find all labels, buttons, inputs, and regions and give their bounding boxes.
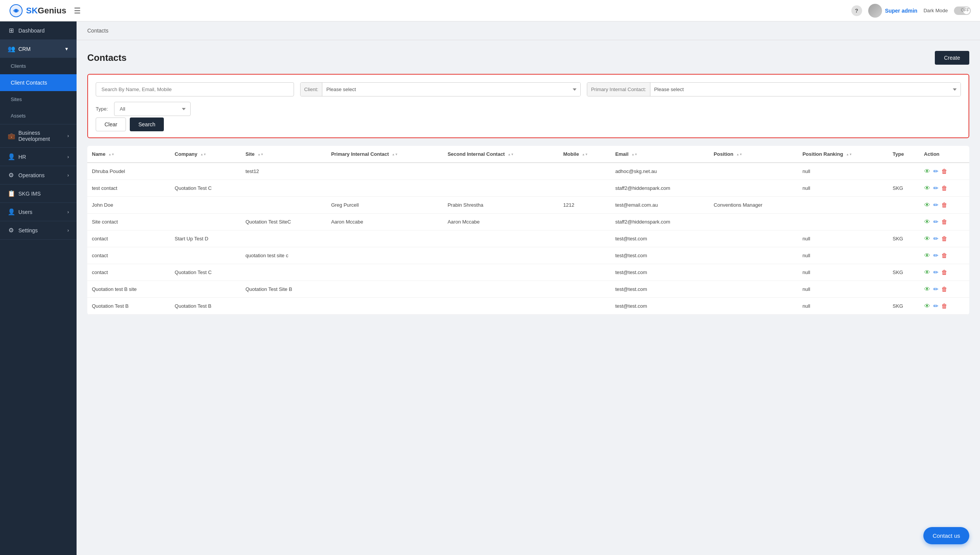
cell-second_internal_contact <box>443 281 559 298</box>
create-button[interactable]: Create <box>935 51 969 65</box>
sort-icon: ▲▼ <box>392 153 398 156</box>
sort-icon: ▲▼ <box>508 153 514 156</box>
view-icon[interactable]: 👁 <box>924 168 930 175</box>
cell-site <box>241 264 327 281</box>
cell-second_internal_contact <box>443 298 559 315</box>
clear-button[interactable]: Clear <box>96 118 126 131</box>
sidebar-section-ops: ⚙ Operations › <box>0 166 77 184</box>
cell-position: Conventions Manager <box>709 197 798 214</box>
cell-position_ranking <box>798 197 888 214</box>
view-icon[interactable]: 👁 <box>924 202 930 209</box>
view-icon[interactable]: 👁 <box>924 252 930 259</box>
cell-name: contact <box>87 264 170 281</box>
delete-icon[interactable]: 🗑 <box>941 185 947 192</box>
edit-icon[interactable]: ✏ <box>933 201 938 209</box>
action-icons: 👁 ✏ 🗑 <box>924 218 965 225</box>
sidebar-item-operations[interactable]: ⚙ Operations › <box>0 166 77 184</box>
col-position[interactable]: Position ▲▼ <box>709 146 798 163</box>
delete-icon[interactable]: 🗑 <box>941 219 947 225</box>
sidebar-item-crm[interactable]: 👥 CRM ▼ <box>0 40 77 58</box>
edit-icon[interactable]: ✏ <box>933 302 938 310</box>
edit-icon[interactable]: ✏ <box>933 286 938 293</box>
cell-site <box>241 298 327 315</box>
delete-icon[interactable]: 🗑 <box>941 303 947 310</box>
cell-site: Quotation Test Site B <box>241 281 327 298</box>
delete-icon[interactable]: 🗑 <box>941 168 947 175</box>
view-icon[interactable]: 👁 <box>924 185 930 192</box>
table-row: John DoeGreg PurcellPrabin Shrestha1212t… <box>87 197 969 214</box>
sidebar-item-business-development[interactable]: 💼 Business Development › <box>0 124 77 147</box>
sidebar-section-hr: 👤 HR › <box>0 148 77 166</box>
sidebar-item-settings[interactable]: ⚙ Settings › <box>0 221 77 239</box>
cell-name: test contact <box>87 180 170 197</box>
cell-email: test@test.com <box>611 247 709 264</box>
cell-position_ranking <box>798 214 888 230</box>
sidebar-item-client-contacts[interactable]: Client Contacts <box>0 74 77 91</box>
edit-icon[interactable]: ✏ <box>933 218 938 225</box>
settings-icon: ⚙ <box>8 227 15 234</box>
edit-icon[interactable]: ✏ <box>933 168 938 175</box>
view-icon[interactable]: 👁 <box>924 269 930 276</box>
cell-position_ranking: null <box>798 298 888 315</box>
col-mobile[interactable]: Mobile ▲▼ <box>559 146 611 163</box>
edit-icon[interactable]: ✏ <box>933 184 938 192</box>
logo: SKGenius <box>9 4 66 18</box>
cell-name: Quotation test B site <box>87 281 170 298</box>
view-icon[interactable]: 👁 <box>924 303 930 310</box>
sidebar-item-label: Dashboard <box>18 28 45 34</box>
delete-icon[interactable]: 🗑 <box>941 252 947 259</box>
sidebar-item-users[interactable]: 👤 Users › <box>0 203 77 221</box>
sidebar-item-skg-ims[interactable]: 📋 SKG IMS <box>0 184 77 202</box>
client-select[interactable]: Please select <box>322 83 580 96</box>
col-name[interactable]: Name ▲▼ <box>87 146 170 163</box>
page-title: Contacts <box>87 52 127 63</box>
search-input[interactable] <box>96 82 294 96</box>
view-icon[interactable]: 👁 <box>924 286 930 293</box>
cell-action: 👁 ✏ 🗑 <box>920 264 969 281</box>
delete-icon[interactable]: 🗑 <box>941 235 947 242</box>
toggle-track[interactable]: OFF <box>954 7 971 15</box>
edit-icon[interactable]: ✏ <box>933 235 938 242</box>
contact-us-button[interactable]: Contact us <box>923 527 969 544</box>
cell-action: 👁 ✏ 🗑 <box>920 247 969 264</box>
sidebar-item-clients[interactable]: Clients <box>0 58 77 74</box>
sidebar-item-sites[interactable]: Sites <box>0 91 77 108</box>
table-row: Quotation test B siteQuotation Test Site… <box>87 281 969 298</box>
search-button[interactable]: Search <box>130 118 163 131</box>
dark-mode-toggle[interactable]: OFF <box>954 7 971 15</box>
view-icon[interactable]: 👁 <box>924 219 930 225</box>
sidebar-item-hr[interactable]: 👤 HR › <box>0 148 77 166</box>
col-second-internal-contact[interactable]: Second Internal Contact ▲▼ <box>443 146 559 163</box>
cell-site: Quotation Test SiteC <box>241 214 327 230</box>
hamburger-menu[interactable]: ☰ <box>74 6 81 15</box>
view-icon[interactable]: 👁 <box>924 235 930 242</box>
primary-contact-select[interactable]: Please select <box>650 83 960 96</box>
sidebar-section-main: ⊞ Dashboard <box>0 21 77 40</box>
edit-icon[interactable]: ✏ <box>933 252 938 259</box>
cell-primary_internal_contact <box>327 247 443 264</box>
user-name: Super admin <box>885 8 918 14</box>
sidebar-item-dashboard[interactable]: ⊞ Dashboard <box>0 21 77 39</box>
help-icon[interactable]: ? <box>851 5 862 16</box>
edit-icon[interactable]: ✏ <box>933 269 938 276</box>
delete-icon[interactable]: 🗑 <box>941 269 947 276</box>
table-row: contactQuotation Test Ctest@test.comnull… <box>87 264 969 281</box>
col-email[interactable]: Email ▲▼ <box>611 146 709 163</box>
sidebar-item-assets[interactable]: Assets <box>0 108 77 124</box>
sidebar: ⊞ Dashboard 👥 CRM ▼ Clients Client Conta… <box>0 21 77 555</box>
delete-icon[interactable]: 🗑 <box>941 202 947 209</box>
toggle-state: OFF <box>961 8 969 12</box>
col-primary-internal-contact[interactable]: Primary Internal Contact ▲▼ <box>327 146 443 163</box>
cell-site <box>241 180 327 197</box>
cell-type <box>888 281 920 298</box>
col-site[interactable]: Site ▲▼ <box>241 146 327 163</box>
cell-position_ranking: null <box>798 180 888 197</box>
type-select[interactable]: All <box>114 102 191 116</box>
logo-text: SKGenius <box>26 6 66 16</box>
col-company[interactable]: Company ▲▼ <box>170 146 241 163</box>
header: SKGenius ☰ ? Super admin Dark Mode OFF <box>0 0 980 21</box>
cell-position_ranking: null <box>798 230 888 247</box>
col-type[interactable]: Type <box>888 146 920 163</box>
col-position-ranking[interactable]: Position Ranking ▲▼ <box>798 146 888 163</box>
delete-icon[interactable]: 🗑 <box>941 286 947 293</box>
